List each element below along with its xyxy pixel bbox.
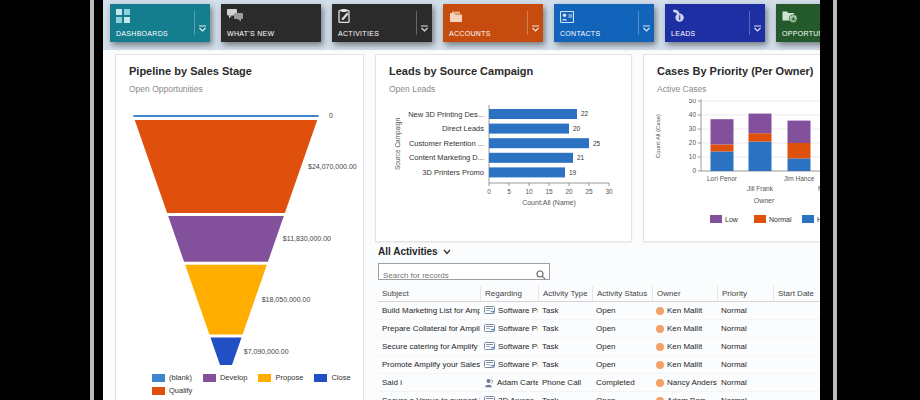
funnel-legend: (blank)DevelopProposeCloseQualify: [152, 373, 351, 399]
column-header-priority[interactable]: Priority: [717, 286, 773, 301]
cell-regarding: Software Pr...: [480, 324, 538, 333]
svg-text:Customer Retention ...: Customer Retention ...: [409, 139, 484, 148]
nav-tile-leads[interactable]: iLEADS: [665, 4, 765, 42]
svg-text:3D Printers Promo: 3D Printers Promo: [422, 168, 484, 177]
leads-by-source-campaign-card: Leads by Source Campaign Open Leads 0510…: [375, 54, 632, 242]
search-icon[interactable]: [536, 266, 546, 284]
phone-info-icon: i: [671, 9, 685, 27]
cell-owner: Ken Mallit: [652, 324, 717, 333]
cases-card-title: Cases By Priority (Per Owner): [657, 65, 820, 77]
contact-card-icon: [560, 9, 574, 27]
svg-text:Jill Frank: Jill Frank: [747, 185, 774, 192]
legend-item-propose: Propose: [258, 373, 303, 382]
svg-text:0: 0: [329, 112, 333, 119]
nav-tile-what-s-new[interactable]: WHAT'S NEW: [221, 4, 321, 42]
svg-text:i: i: [679, 13, 681, 22]
cell-activity-type: Task: [538, 342, 592, 351]
svg-text:25: 25: [593, 140, 601, 147]
cell-regarding: Software Pr...: [480, 306, 538, 315]
svg-text:Jim Hance: Jim Hance: [784, 175, 815, 182]
nav-tile-label: OPPORTUNITIES: [782, 30, 820, 37]
legend-item-develop: Develop: [203, 373, 248, 382]
nav-tile-activities[interactable]: ACTIVITIES: [332, 4, 432, 42]
svg-text:Owner: Owner: [754, 197, 775, 204]
record-icon: [484, 306, 495, 315]
cell-priority: Normal: [717, 360, 773, 369]
cell-owner: Adam Barr: [652, 396, 717, 400]
nav-tile-contacts[interactable]: CONTACTS: [554, 4, 654, 42]
column-header-subject[interactable]: Subject: [378, 286, 480, 301]
svg-text:40: 40: [689, 111, 697, 118]
activities-title: All Activities: [378, 246, 438, 257]
owner-avatar: [656, 307, 664, 315]
tile-divider: [194, 11, 195, 35]
cell-owner: Ken Mallit: [652, 360, 717, 369]
tile-divider: [638, 11, 639, 35]
folder-chart-icon: [782, 9, 798, 27]
leads-bar-chart: 051015202530Count:All (Name)Source Campa…: [376, 99, 631, 241]
column-header-start-date[interactable]: Start Date: [773, 286, 815, 301]
svg-text:19: 19: [569, 169, 577, 176]
activity-row[interactable]: Build Marketing List for Ampl...Software…: [378, 302, 820, 320]
clipboard-pencil-icon: [338, 9, 350, 27]
nav-tile-accounts[interactable]: ACCOUNTS: [443, 4, 543, 42]
column-header-activity-status[interactable]: Activity Status: [592, 286, 652, 301]
activities-rows: Build Marketing List for Ampl...Software…: [378, 302, 820, 400]
svg-text:21: 21: [577, 154, 585, 161]
nav-tile-label: CONTACTS: [560, 30, 600, 37]
activity-row[interactable]: Promote Amplify your Sales...Software Pr…: [378, 356, 820, 374]
folder-icon: [449, 9, 463, 27]
activity-row[interactable]: Secure catering for Amplify y...Software…: [378, 338, 820, 356]
cell-regarding: Software Pr...: [480, 360, 538, 369]
owner-avatar: [656, 343, 664, 351]
column-header-owner[interactable]: Owner: [652, 286, 717, 301]
tile-chevron-icon[interactable]: [642, 19, 651, 37]
tile-chevron-icon[interactable]: [198, 19, 207, 37]
svg-text:High: High: [817, 216, 820, 224]
nav-tile-dashboards[interactable]: DASHBOARDS: [110, 4, 210, 42]
activities-view-selector[interactable]: All Activities: [378, 246, 820, 257]
chat-bubbles-icon: [227, 9, 243, 27]
search-input[interactable]: [379, 269, 535, 282]
svg-text:20: 20: [565, 188, 573, 195]
owner-avatar: [656, 379, 664, 387]
cell-activity-type: Task: [538, 306, 592, 315]
legend-item-blank: (blank): [152, 373, 192, 382]
pipeline-card-subtitle: Open Opportunities: [129, 84, 363, 94]
tile-chevron-icon[interactable]: [531, 19, 540, 37]
funnel-chart: 0$24,070,000.00$11,830,000.00$18,050,000…: [116, 111, 363, 371]
letterbox-divider-right: [833, 0, 837, 400]
column-header-activity-type[interactable]: Activity Type: [538, 286, 592, 301]
activity-row[interactable]: Prepare Collateral for Amplif...Software…: [378, 320, 820, 338]
cell-activity-status: Open: [592, 324, 652, 333]
svg-text:Low: Low: [725, 216, 739, 223]
cell-subject: Secure a Venue to support 3...: [378, 396, 480, 400]
cases-card-subtitle: Active Cases: [657, 84, 820, 94]
svg-text:Content Marketing D...: Content Marketing D...: [409, 153, 484, 162]
svg-text:New 3D Printing Des...: New 3D Printing Des...: [408, 110, 484, 119]
svg-text:$24,070,000.00: $24,070,000.00: [308, 163, 357, 170]
column-header-regarding[interactable]: Regarding: [480, 286, 538, 301]
owner-avatar: [656, 325, 664, 333]
svg-text:M...: M...: [818, 185, 820, 192]
cell-activity-status: Open: [592, 342, 652, 351]
record-search: [378, 263, 550, 280]
svg-text:Direct Leads: Direct Leads: [442, 124, 484, 133]
svg-text:$7,090,000.00: $7,090,000.00: [244, 348, 289, 355]
nav-tile-label: LEADS: [671, 30, 695, 37]
owner-avatar: [656, 361, 664, 369]
tile-chevron-icon[interactable]: [420, 19, 429, 37]
activity-row[interactable]: Secure a Venue to support 3...3D Aweso..…: [378, 392, 820, 400]
activity-row[interactable]: Said iAdam CarterPhone CallCompletedNanc…: [378, 374, 820, 392]
svg-text:30: 30: [689, 125, 697, 132]
svg-text:Count:All (Case): Count:All (Case): [655, 114, 661, 158]
cell-priority: Normal: [717, 342, 773, 351]
nav-tile-opportunities[interactable]: OPPORTUNITIES: [776, 4, 820, 42]
activities-grid: All Activities SubjectRegardingActivity …: [378, 246, 820, 400]
dashboards-grid-icon: [116, 9, 130, 27]
cell-owner: Ken Mallit: [652, 306, 717, 315]
cell-priority: Normal: [717, 396, 773, 400]
cell-subject: Prepare Collateral for Amplif...: [378, 324, 480, 333]
pipeline-card-title: Pipeline by Sales Stage: [129, 65, 363, 77]
tile-chevron-icon[interactable]: [753, 19, 762, 37]
